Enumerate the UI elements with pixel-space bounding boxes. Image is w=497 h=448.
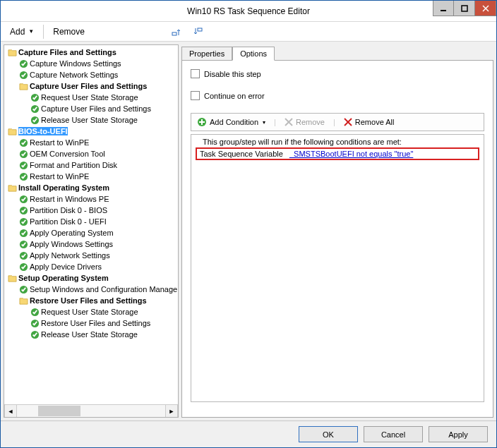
- tree-item-label: Install Operating System: [18, 183, 109, 192]
- separator: [43, 25, 44, 39]
- tree-item[interactable]: Release User State Storage: [6, 329, 178, 340]
- folder-icon: [7, 273, 17, 283]
- scroll-left-arrow[interactable]: ◄: [4, 405, 17, 417]
- check-icon: [18, 228, 28, 238]
- chevron-down-icon: ▾: [263, 119, 265, 126]
- tree-item[interactable]: Setup Operating System: [6, 272, 178, 284]
- tree-item[interactable]: Install Operating System: [6, 182, 178, 193]
- condition-link[interactable]: _SMSTSBootUEFI not equals "true": [289, 150, 413, 158]
- add-button[interactable]: Add▼: [5, 25, 39, 39]
- tree-item-label: Request User State Storage: [41, 308, 138, 316]
- tree-item[interactable]: Capture Windows Settings: [6, 58, 178, 69]
- apply-button[interactable]: Apply: [429, 426, 488, 442]
- scroll-thumb[interactable]: [38, 406, 80, 416]
- tree-item[interactable]: Restore User Files and Settings: [6, 295, 178, 306]
- tree-item[interactable]: OEM Conversion Tool: [6, 148, 178, 159]
- check-icon: [18, 205, 28, 215]
- close-button[interactable]: [475, 1, 496, 16]
- check-icon: [30, 92, 40, 102]
- tree-item-label: Apply Network Settings: [30, 251, 110, 260]
- tree-item[interactable]: Partition Disk 0 - BIOS: [6, 205, 178, 216]
- disable-step-row[interactable]: Disable this step: [191, 69, 484, 78]
- tree-item[interactable]: Capture User Files and Settings: [6, 103, 178, 114]
- tree-item[interactable]: Setup Windows and Configuration Manager: [6, 284, 178, 295]
- tree-item-label: Restart to WinPE: [30, 138, 89, 147]
- tree-item[interactable]: Apply Device Drivers: [6, 261, 178, 272]
- condition-row[interactable]: Task Sequence Variable _SMSTSBootUEFI no…: [196, 147, 479, 160]
- tree-item-label: Restart to WinPE: [30, 172, 89, 181]
- continue-on-error-checkbox[interactable]: [191, 91, 200, 100]
- tree-item-label: Capture Files and Settings: [18, 48, 116, 56]
- tree-item-label: BIOS-to-UEFI: [18, 127, 68, 135]
- tree-item-label: Partition Disk 0 - UEFI: [30, 217, 107, 226]
- tree-item-label: Restart in Windows PE: [30, 195, 109, 203]
- tree-item[interactable]: Apply Network Settings: [6, 250, 178, 261]
- tree-item-label: Release User State Storage: [41, 330, 138, 339]
- remove-all-button[interactable]: Remove All: [342, 117, 396, 127]
- scroll-right-arrow[interactable]: ►: [165, 405, 178, 417]
- svg-rect-4: [172, 32, 176, 35]
- check-icon: [30, 307, 40, 317]
- remove-condition-button[interactable]: Remove: [283, 117, 326, 127]
- check-icon: [18, 160, 28, 170]
- tree-item-label: Capture User Files and Settings: [30, 82, 147, 90]
- check-icon: [30, 104, 40, 114]
- tree-item[interactable]: Format and Partition Disk: [6, 159, 178, 171]
- minimize-button[interactable]: [433, 1, 454, 16]
- title-bar: Win10 RS Task Sequence Editor: [1, 1, 496, 22]
- add-condition-button[interactable]: Add Condition ▾: [196, 116, 267, 128]
- continue-on-error-row[interactable]: Continue on error: [191, 91, 484, 100]
- horizontal-scrollbar[interactable]: ◄ ►: [4, 404, 178, 417]
- tree-item[interactable]: Restart to WinPE: [6, 137, 178, 148]
- condition-toolbar: Add Condition ▾ | Remove | Remove All: [191, 113, 484, 131]
- tree-item[interactable]: Apply Operating System: [6, 227, 178, 238]
- folder-icon: [18, 296, 28, 305]
- tree-item[interactable]: Restore User Files and Settings: [6, 317, 178, 329]
- tree-item-label: Apply Device Drivers: [30, 262, 102, 271]
- check-icon: [30, 329, 40, 339]
- check-icon: [18, 138, 28, 147]
- folder-icon: [7, 183, 17, 193]
- conditions-list[interactable]: This group/step will run if the followin…: [191, 134, 484, 402]
- disable-step-checkbox[interactable]: [191, 69, 200, 78]
- right-pane: Properties Options Disable this step Con…: [181, 44, 493, 418]
- tree-item-label: Apply Operating System: [30, 229, 114, 237]
- maximize-button[interactable]: [454, 1, 475, 16]
- scroll-track[interactable]: [17, 405, 165, 417]
- check-icon: [18, 217, 28, 226]
- tree-item[interactable]: BIOS-to-UEFI: [6, 126, 178, 137]
- svg-rect-5: [198, 28, 202, 31]
- plus-icon: [197, 117, 207, 127]
- cancel-button[interactable]: Cancel: [364, 426, 423, 442]
- tree-item-label: Capture Network Settings: [30, 71, 118, 79]
- tree-item[interactable]: Apply Windows Settings: [6, 238, 178, 250]
- tree-item[interactable]: Restart in Windows PE: [6, 193, 178, 205]
- tree-item[interactable]: Restart to WinPE: [6, 171, 178, 182]
- tree-item[interactable]: Request User State Storage: [6, 306, 178, 317]
- remove-button[interactable]: Remove: [48, 25, 90, 39]
- tree-item-label: Release User State Storage: [41, 116, 138, 124]
- tab-options[interactable]: Options: [232, 47, 275, 61]
- content-area: Capture Files and SettingsCapture Window…: [1, 42, 496, 420]
- ok-button[interactable]: OK: [299, 426, 358, 442]
- check-icon: [18, 250, 28, 260]
- check-icon: [30, 318, 40, 328]
- folder-icon: [7, 47, 17, 57]
- tree-item[interactable]: Capture User Files and Settings: [6, 80, 178, 92]
- tree-item[interactable]: Request User State Storage: [6, 92, 178, 103]
- check-icon: [18, 194, 28, 204]
- tree-item[interactable]: Partition Disk 0 - UEFI: [6, 216, 178, 227]
- task-sequence-tree[interactable]: Capture Files and SettingsCapture Window…: [4, 45, 178, 404]
- move-up-icon[interactable]: [166, 25, 186, 39]
- tree-pane: Capture Files and SettingsCapture Window…: [4, 44, 179, 418]
- tree-item[interactable]: Capture Files and Settings: [6, 47, 178, 58]
- tab-properties[interactable]: Properties: [181, 47, 232, 61]
- check-icon: [18, 262, 28, 272]
- tree-item[interactable]: Release User State Storage: [6, 114, 178, 126]
- move-down-icon[interactable]: [188, 25, 208, 39]
- folder-icon: [7, 126, 17, 136]
- check-icon: [18, 59, 28, 68]
- tree-item[interactable]: Capture Network Settings: [6, 69, 178, 80]
- tree-item-label: Capture Windows Settings: [30, 59, 121, 68]
- tree-item-label: Capture User Files and Settings: [41, 104, 151, 113]
